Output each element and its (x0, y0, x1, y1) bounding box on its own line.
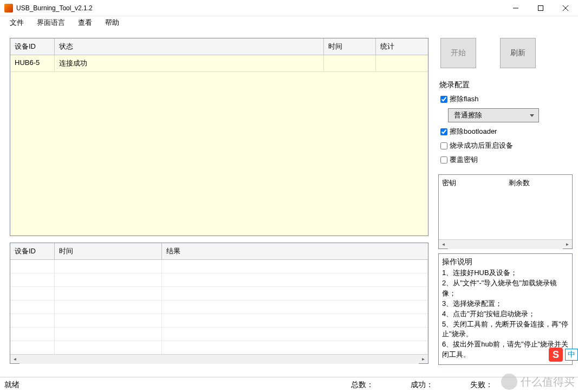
log-col-header-time[interactable]: 时间 (55, 243, 162, 260)
table-row[interactable] (10, 287, 428, 300)
reboot-after-checkbox[interactable] (440, 142, 447, 149)
instruction-line: 5、关闭工具前，先断开设备连接，再"停止"烧录。 (442, 319, 569, 340)
ime-badge: S 中 (549, 348, 578, 362)
content: 设备ID 状态 时间 统计 HUB6-5 连接成功 设备ID 时间 结果 (0, 29, 578, 368)
erase-flash-label: 擦除flash (450, 94, 478, 104)
reboot-after-label: 烧录成功后重启设备 (450, 141, 513, 151)
col-header-time[interactable]: 时间 (324, 38, 376, 55)
device-table-body: HUB6-5 连接成功 (10, 55, 428, 236)
window-title: USB_Burning_Tool_v2.1.2 (16, 4, 93, 12)
close-icon (563, 5, 568, 11)
table-row[interactable] (10, 260, 428, 273)
key-table-header: 密钥 剩余数 (439, 175, 572, 191)
menu-help[interactable]: 帮助 (100, 17, 125, 29)
overwrite-key-label: 覆盖密钥 (450, 155, 478, 165)
log-table-header: 设备ID 时间 结果 (10, 243, 428, 260)
log-table-body (10, 260, 428, 354)
key-col-header-remaining[interactable]: 剩余数 (505, 175, 572, 191)
table-row[interactable] (10, 328, 428, 341)
status-fail: 失败： (470, 380, 530, 390)
col-header-id[interactable]: 设备ID (10, 38, 55, 55)
scroll-right-icon[interactable]: ► (419, 355, 428, 364)
scroll-track[interactable] (448, 240, 563, 249)
instruction-line: 3、选择烧录配置； (442, 299, 569, 309)
status-total: 总数： (351, 380, 411, 390)
col-header-status[interactable]: 状态 (55, 38, 324, 55)
scroll-track[interactable] (20, 355, 419, 364)
status-ready: 就绪 (4, 380, 351, 390)
instruction-line: 4、点击"开始"按钮启动烧录； (442, 309, 569, 319)
titlebar: USB_Burning_Tool_v2.1.2 (0, 0, 578, 16)
scroll-left-icon[interactable]: ◄ (10, 355, 20, 364)
instruction-line: 1、连接好HUB及设备； (442, 268, 569, 278)
overwrite-key-checkbox[interactable] (440, 156, 447, 164)
app-icon (4, 4, 13, 12)
burn-config-title: 烧录配置 (439, 80, 571, 90)
cell-stat (376, 55, 428, 71)
close-button[interactable] (553, 0, 578, 16)
erase-mode-select[interactable]: 普通擦除 (448, 108, 539, 122)
scroll-right-icon[interactable]: ► (563, 240, 572, 249)
table-row[interactable] (10, 341, 428, 354)
status-success: 成功： (411, 380, 470, 390)
window-controls (503, 0, 578, 16)
cell-time (324, 55, 376, 71)
minimize-icon (513, 5, 518, 11)
key-col-header-key[interactable]: 密钥 (439, 175, 505, 191)
erase-bootloader-checkbox[interactable] (440, 128, 447, 135)
log-col-header-id[interactable]: 设备ID (10, 243, 55, 260)
log-scrollbar-h[interactable]: ◄ ► (10, 354, 428, 363)
svg-rect-1 (538, 5, 543, 10)
menubar: 文件 界面语言 查看 帮助 (0, 16, 578, 29)
erase-bootloader-label: 擦除bootloader (450, 127, 497, 136)
start-button[interactable]: 开始 (440, 38, 476, 68)
cell-device-id: HUB6-5 (10, 55, 55, 71)
table-row[interactable]: HUB6-5 连接成功 (10, 55, 428, 72)
table-row[interactable] (10, 273, 428, 287)
menu-language[interactable]: 界面语言 (31, 17, 70, 29)
overwrite-key-row[interactable]: 覆盖密钥 (439, 155, 571, 165)
log-col-header-result[interactable]: 结果 (162, 243, 428, 260)
key-table: 密钥 剩余数 ◄ ► (438, 174, 573, 249)
maximize-button[interactable] (528, 0, 553, 16)
burn-config-section: 烧录配置 擦除flash 普通擦除 擦除bootloader 烧录成功后重启设备… (438, 80, 573, 169)
ime-s-icon: S (549, 348, 563, 362)
right-pane: 开始 刷新 烧录配置 擦除flash 普通擦除 擦除bootloader 烧录成… (438, 38, 573, 365)
menu-view[interactable]: 查看 (73, 17, 98, 29)
reboot-after-row[interactable]: 烧录成功后重启设备 (439, 141, 571, 151)
erase-flash-row[interactable]: 擦除flash (439, 94, 571, 104)
minimize-button[interactable] (503, 0, 528, 16)
action-buttons: 开始 刷新 (438, 38, 573, 69)
scroll-left-icon[interactable]: ◄ (439, 240, 448, 249)
instruction-line: 2、从"文件"-"导入烧录包"加载烧录镜像； (442, 278, 569, 299)
erase-flash-checkbox[interactable] (440, 96, 447, 103)
instructions-title: 操作说明 (442, 256, 569, 267)
key-scrollbar-h[interactable]: ◄ ► (439, 239, 572, 249)
device-table-header: 设备ID 状态 时间 统计 (10, 38, 428, 55)
ime-zh-icon: 中 (565, 349, 578, 361)
menu-file[interactable]: 文件 (4, 17, 29, 29)
titlebar-left: USB_Burning_Tool_v2.1.2 (4, 4, 93, 12)
left-pane: 设备ID 状态 时间 统计 HUB6-5 连接成功 设备ID 时间 结果 (10, 38, 428, 365)
refresh-button[interactable]: 刷新 (500, 38, 536, 68)
table-row[interactable] (10, 300, 428, 314)
erase-mode-value: 普通擦除 (454, 110, 482, 120)
log-table: 设备ID 时间 结果 ◄ ► (10, 243, 428, 364)
table-row[interactable] (10, 314, 428, 328)
device-table: 设备ID 状态 时间 统计 HUB6-5 连接成功 (10, 38, 428, 236)
statusbar: 就绪 总数： 成功： 失败： (0, 377, 578, 392)
col-header-stat[interactable]: 统计 (376, 38, 428, 55)
cell-status: 连接成功 (55, 55, 324, 71)
key-table-body (439, 191, 572, 239)
maximize-icon (538, 5, 543, 11)
erase-bootloader-row[interactable]: 擦除bootloader (439, 127, 571, 136)
